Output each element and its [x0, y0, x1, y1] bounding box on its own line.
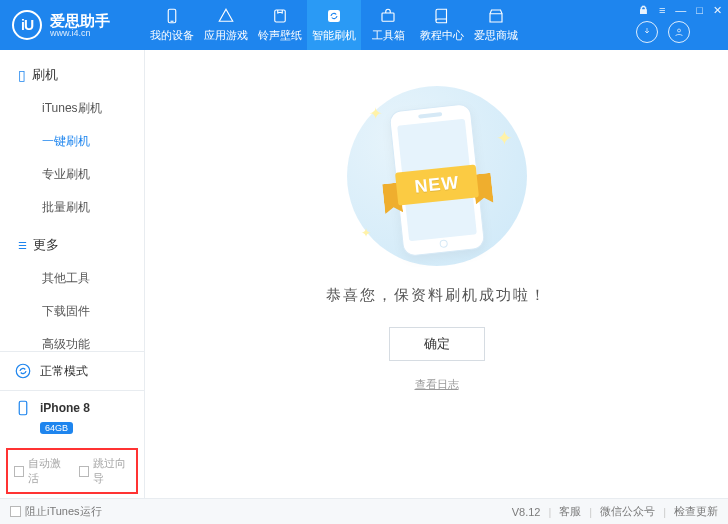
device-icon: ▯ — [18, 67, 26, 83]
logo-badge-icon: iU — [12, 10, 42, 40]
sidebar-item-download-fw[interactable]: 下载固件 — [18, 295, 144, 328]
nav-device[interactable]: 我的设备 — [145, 0, 199, 50]
close-button[interactable]: ✕ — [713, 4, 722, 17]
shop-icon — [487, 7, 505, 25]
nav-apps[interactable]: 应用游戏 — [199, 0, 253, 50]
block-itunes-checkbox[interactable]: 阻止iTunes运行 — [10, 504, 102, 519]
nav-tutorial[interactable]: 教程中心 — [415, 0, 469, 50]
success-illustration: ✦ ✦ ✦ NEW — [347, 86, 527, 266]
nav-label: 智能刷机 — [312, 28, 356, 43]
mode-card[interactable]: 正常模式 — [0, 352, 144, 391]
sidebar-section-flash: ▯ 刷机 iTunes刷机 一键刷机 专业刷机 批量刷机 — [0, 66, 144, 236]
nav-ringtone[interactable]: 铃声壁纸 — [253, 0, 307, 50]
phone-icon — [163, 7, 181, 25]
divider: | — [589, 506, 592, 518]
svg-point-6 — [16, 364, 30, 378]
checkbox-label: 阻止iTunes运行 — [25, 504, 102, 519]
checkbox-icon — [14, 466, 24, 477]
storage-badge: 64GB — [40, 422, 73, 434]
sync-icon — [14, 362, 32, 380]
success-message: 恭喜您，保资料刷机成功啦！ — [326, 286, 547, 305]
device-name: iPhone 8 — [40, 401, 90, 415]
nav-label: 工具箱 — [372, 28, 405, 43]
checkbox-label: 跳过向导 — [93, 456, 130, 486]
book-icon — [433, 7, 451, 25]
checkbox-icon — [79, 466, 89, 477]
nav-label: 应用游戏 — [204, 28, 248, 43]
view-log-link[interactable]: 查看日志 — [415, 377, 459, 392]
lock-icon[interactable]: 🔒︎ — [638, 4, 649, 16]
version-label: V8.12 — [512, 506, 541, 518]
menu-icon[interactable]: ≡ — [659, 4, 665, 16]
sidebar-item-batch-flash[interactable]: 批量刷机 — [18, 191, 144, 224]
sidebar-item-itunes-flash[interactable]: iTunes刷机 — [18, 92, 144, 125]
support-link[interactable]: 客服 — [559, 504, 581, 519]
divider: | — [663, 506, 666, 518]
sidebar-section-title: 更多 — [33, 236, 59, 254]
sidebar-section-more: ☰ 更多 其他工具 下载固件 高级功能 — [0, 236, 144, 351]
sparkle-icon: ✦ — [361, 226, 371, 240]
brand-name: 爱思助手 — [50, 13, 110, 28]
nav-label: 爱思商城 — [474, 28, 518, 43]
sidebar-item-oneclick-flash[interactable]: 一键刷机 — [18, 125, 144, 158]
maximize-button[interactable]: □ — [696, 4, 703, 16]
skip-guide-checkbox[interactable]: 跳过向导 — [79, 456, 130, 486]
check-update-link[interactable]: 检查更新 — [674, 504, 718, 519]
nav-label: 铃声壁纸 — [258, 28, 302, 43]
brand-url: www.i4.cn — [50, 28, 110, 38]
svg-point-5 — [677, 29, 680, 32]
ringtone-icon — [271, 7, 289, 25]
device-card[interactable]: iPhone 8 64GB — [0, 391, 144, 444]
nav-flash[interactable]: 智能刷机 — [307, 0, 361, 50]
sidebar-item-advanced[interactable]: 高级功能 — [18, 328, 144, 351]
sidebar-section-title: 刷机 — [32, 66, 58, 84]
sparkle-icon: ✦ — [369, 104, 382, 123]
flash-options-highlight: 自动激活 跳过向导 — [6, 448, 138, 494]
nav-label: 教程中心 — [420, 28, 464, 43]
nav-mall[interactable]: 爱思商城 — [469, 0, 523, 50]
download-manager-icon[interactable] — [636, 21, 658, 43]
svg-rect-4 — [382, 13, 394, 21]
divider: | — [548, 506, 551, 518]
phone-icon — [14, 399, 32, 417]
minimize-button[interactable]: — — [675, 4, 686, 16]
nav-label: 我的设备 — [150, 28, 194, 43]
apps-icon — [217, 7, 235, 25]
svg-rect-7 — [19, 401, 27, 415]
nav-toolbox[interactable]: 工具箱 — [361, 0, 415, 50]
sidebar-item-other-tools[interactable]: 其他工具 — [18, 262, 144, 295]
sparkle-icon: ✦ — [496, 126, 513, 150]
checkbox-icon — [10, 506, 21, 517]
auto-activate-checkbox[interactable]: 自动激活 — [14, 456, 65, 486]
checkbox-label: 自动激活 — [28, 456, 65, 486]
toolbox-icon — [379, 7, 397, 25]
refresh-icon — [325, 7, 343, 25]
mode-label: 正常模式 — [40, 363, 132, 380]
wechat-link[interactable]: 微信公众号 — [600, 504, 655, 519]
user-account-icon[interactable] — [668, 21, 690, 43]
confirm-button[interactable]: 确定 — [389, 327, 485, 361]
svg-rect-3 — [328, 10, 340, 22]
app-logo: iU 爱思助手 www.i4.cn — [0, 0, 145, 50]
more-icon: ☰ — [18, 240, 27, 251]
sidebar-item-pro-flash[interactable]: 专业刷机 — [18, 158, 144, 191]
